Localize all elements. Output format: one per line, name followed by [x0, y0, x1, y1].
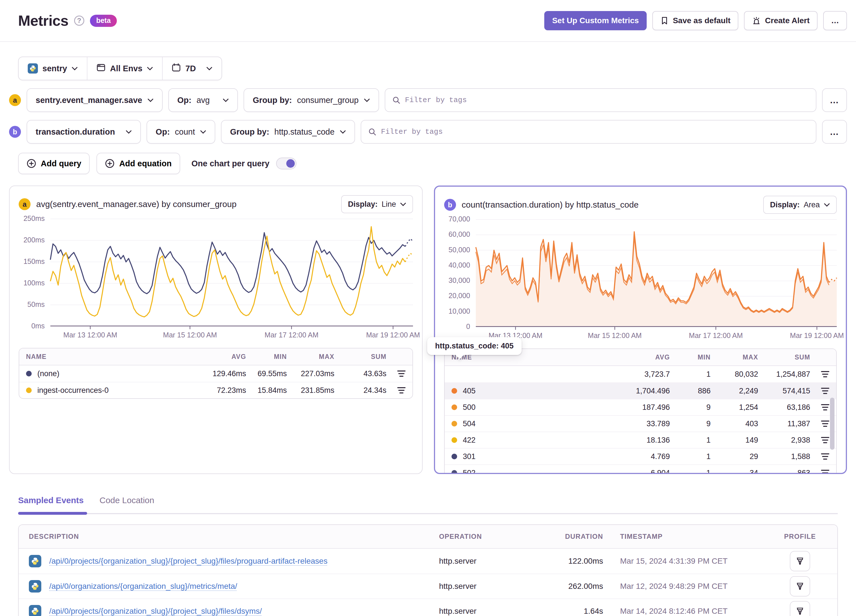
query-more-button-a[interactable]: …	[822, 88, 847, 112]
op-value-b: count	[175, 127, 195, 137]
tag-filter-input-b[interactable]	[381, 128, 809, 136]
setup-custom-metrics-label: Set Up Custom Metrics	[552, 16, 639, 25]
series-name: 504	[463, 419, 476, 428]
main-content: sentry All Envs 7D a sentry.event_manage…	[0, 42, 856, 616]
series-color-dot	[451, 388, 457, 394]
series-table-b-body: 3,723.7 1 80,032 1,254,887 405 1,704.496…	[445, 366, 836, 474]
row-menu-icon[interactable]	[821, 403, 830, 411]
row-menu-icon[interactable]	[821, 387, 830, 394]
series-avg: 3,723.7	[616, 370, 670, 379]
add-query-label: Add query	[41, 159, 81, 168]
series-avg: 72.23ms	[192, 386, 246, 395]
col-max: MAX	[287, 353, 334, 360]
event-description-link[interactable]: /api/0/projects/{organization_slug}/{pro…	[49, 607, 262, 616]
event-row: /api/0/organizations/{organization_slug}…	[18, 574, 838, 599]
event-duration: 262.00ms	[535, 582, 603, 591]
series-row[interactable]: 500 187.496 9 1,254 63,186	[445, 399, 836, 415]
header-more-button[interactable]: …	[823, 11, 847, 30]
group-by-selector-a[interactable]: Group by: consumer_group	[243, 88, 379, 112]
ellipsis-icon: …	[830, 127, 839, 137]
add-equation-label: Add equation	[119, 159, 171, 168]
row-menu-icon[interactable]	[821, 469, 830, 474]
series-max: 34	[711, 469, 758, 474]
series-sum: 11,387	[758, 419, 810, 428]
series-avg: 1,704.496	[616, 387, 670, 396]
plus-circle-icon	[26, 159, 36, 168]
series-row[interactable]: (none) 129.46ms 69.55ms 227.03ms 43.63s	[19, 365, 413, 382]
series-row[interactable]: 301 4.769 1 29 1,588	[445, 448, 836, 464]
series-color-dot	[451, 437, 457, 443]
tab-code-location[interactable]: Code Location	[100, 496, 154, 513]
display-type-selector-b[interactable]: Display: Area	[763, 196, 837, 214]
series-name: 422	[463, 436, 476, 445]
op-selector-a[interactable]: Op: avg	[168, 88, 238, 112]
project-selector-value: sentry	[42, 64, 67, 73]
event-description-link[interactable]: /api/0/organizations/{organization_slug}…	[49, 582, 237, 591]
query-badge-a: a	[9, 94, 21, 106]
series-row[interactable]: 422 18.136 1 149 2,938	[445, 431, 836, 448]
tag-filter-input-a[interactable]	[405, 96, 809, 104]
events-table-header: DESCRIPTION OPERATION DURATION TIMESTAMP…	[18, 525, 838, 549]
series-row[interactable]: ingest-occurrences-0 72.23ms 15.84ms 231…	[19, 382, 413, 398]
row-menu-icon[interactable]	[397, 387, 406, 394]
series-row[interactable]: 3,723.7 1 80,032 1,254,887	[445, 366, 836, 382]
metric-selector-a[interactable]: sentry.event_manager.save	[26, 88, 163, 112]
series-row[interactable]: 504 33.789 9 403 11,387	[445, 415, 836, 431]
add-query-button[interactable]: Add query	[18, 153, 90, 174]
query-row-b: b transaction.duration Op: count Group b…	[9, 120, 847, 144]
create-alert-button[interactable]: Create Alert	[744, 11, 818, 30]
chevron-down-icon	[364, 98, 370, 102]
row-menu-icon[interactable]	[397, 370, 406, 377]
series-min: 886	[670, 387, 711, 396]
tab-sampled-events[interactable]: Sampled Events	[18, 496, 84, 513]
environment-selector[interactable]: All Envs	[87, 57, 162, 80]
alert-siren-icon	[752, 16, 761, 25]
series-row[interactable]: 502 6.904 1 34 863	[445, 464, 836, 474]
setup-custom-metrics-button[interactable]: Set Up Custom Metrics	[544, 11, 647, 30]
profile-button[interactable]	[790, 576, 810, 596]
row-menu-icon[interactable]	[821, 453, 830, 460]
profile-button[interactable]	[790, 601, 810, 616]
chart-panel-b[interactable]: b count(transaction.duration) by http.st…	[434, 186, 847, 474]
date-range-selector[interactable]: 7D	[162, 57, 221, 80]
series-row-highlighted[interactable]: 405 1,704.496 886 2,249 574,415	[445, 382, 836, 399]
series-max: 2,249	[711, 387, 758, 396]
group-by-selector-b[interactable]: Group by: http.status_code	[221, 120, 355, 144]
event-description-link[interactable]: /api/0/projects/{organization_slug}/{pro…	[49, 557, 328, 566]
row-menu-icon[interactable]	[821, 420, 830, 427]
profile-button[interactable]	[790, 551, 810, 571]
col-name: NAME	[26, 353, 192, 360]
row-menu-icon[interactable]	[821, 436, 830, 444]
plot-area[interactable]: Mar 13 12:00 AMMar 15 12:00 AMMar 17 12:…	[50, 219, 413, 341]
chart-panel-a[interactable]: a avg(sentry.event_manager.save) by cons…	[9, 186, 423, 474]
project-selector[interactable]: sentry	[18, 57, 87, 80]
row-menu-icon[interactable]	[821, 371, 830, 378]
y-axis-labels: 010,00020,00030,00040,00050,00060,00070,…	[444, 219, 476, 327]
detail-tabs: Sampled Events Code Location	[18, 496, 838, 513]
series-sum: 574,415	[758, 387, 810, 396]
plot-area[interactable]: Mar 13 12:00 AMMar 15 12:00 AMMar 17 12:…	[476, 219, 837, 342]
metric-selector-b[interactable]: transaction.duration	[26, 120, 141, 144]
table-scrollbar[interactable]	[830, 398, 834, 450]
col-max: MAX	[711, 354, 758, 361]
op-label-b: Op:	[155, 127, 170, 137]
x-tick-label: Mar 15 12:00 AM	[163, 331, 217, 339]
save-as-default-button[interactable]: Save as default	[652, 11, 738, 30]
event-timestamp: Mar 15, 2024 4:31:39 PM CET	[603, 557, 773, 566]
help-icon[interactable]: ?	[74, 15, 84, 26]
events-table-body: /api/0/projects/{organization_slug}/{pro…	[18, 549, 838, 616]
tag-filter-b	[361, 120, 816, 144]
event-operation: http.server	[439, 607, 535, 616]
display-value: Line	[382, 200, 396, 209]
area-chart-b: 010,00020,00030,00040,00050,00060,00070,…	[444, 219, 837, 342]
display-type-selector-a[interactable]: Display: Line	[341, 195, 413, 213]
event-operation: http.server	[439, 557, 535, 566]
col-description: DESCRIPTION	[29, 533, 439, 541]
chevron-down-icon	[206, 66, 212, 71]
op-selector-b[interactable]: Op: count	[146, 120, 215, 144]
one-chart-per-query-toggle[interactable]	[276, 157, 296, 169]
query-more-button-b[interactable]: …	[822, 120, 847, 144]
col-min: MIN	[246, 353, 287, 360]
profiling-icon	[796, 607, 805, 616]
add-equation-button[interactable]: Add equation	[97, 153, 180, 174]
